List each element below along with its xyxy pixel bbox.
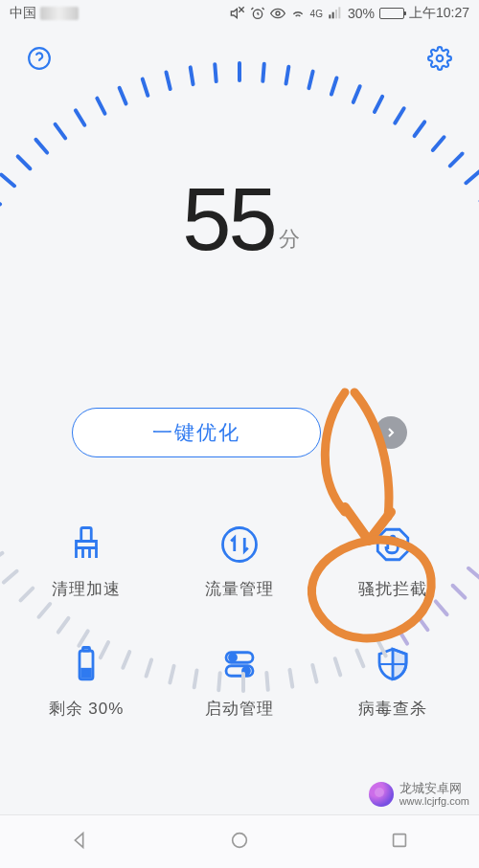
status-bar: 中国 4G 30% 上午10:27	[0, 0, 479, 27]
svg-rect-7	[335, 10, 337, 18]
android-nav-bar	[0, 814, 479, 868]
svg-point-9	[29, 48, 50, 69]
back-button[interactable]	[69, 830, 90, 855]
signal-icon	[328, 6, 343, 21]
score-value: 55	[182, 175, 274, 263]
chevron-right-icon	[383, 425, 399, 440]
svg-point-19	[230, 655, 237, 661]
help-button[interactable]	[27, 46, 52, 71]
carrier-label: 中国	[10, 5, 36, 22]
svg-point-11	[437, 56, 444, 62]
cell-label: 流量管理	[205, 578, 274, 600]
svg-rect-12	[81, 528, 92, 542]
svg-rect-17	[82, 669, 91, 677]
watermark-title: 龙城安卓网	[399, 782, 469, 795]
alarm-icon	[250, 6, 265, 21]
brush-icon	[66, 524, 106, 565]
svg-point-3	[276, 11, 280, 15]
home-button[interactable]	[229, 830, 250, 855]
svg-rect-8	[338, 7, 340, 18]
cell-label: 清理加速	[52, 578, 121, 600]
data-transfer-icon	[219, 524, 260, 565]
status-time: 上午10:27	[409, 5, 469, 22]
battery-vertical-icon	[66, 644, 106, 684]
status-right: 4G 30% 上午10:27	[230, 5, 469, 22]
cell-battery-remaining[interactable]: 剩余 30%	[10, 644, 163, 720]
wifi-icon	[290, 6, 306, 21]
cell-harass-block[interactable]: 骚扰拦截	[316, 524, 469, 600]
svg-rect-16	[83, 648, 90, 652]
carrier-redacted	[40, 7, 79, 20]
score-dial[interactable]: 55 分	[81, 61, 398, 377]
cell-label: 病毒查杀	[358, 698, 427, 720]
toggles-icon	[219, 644, 260, 684]
watermark: 龙城安卓网 www.lcjrfg.com	[369, 782, 469, 807]
svg-rect-23	[393, 834, 405, 846]
feature-grid: 清理加速 流量管理 骚扰拦截 剩余 30% 启动管理 病毒查杀	[0, 524, 479, 720]
watermark-sub: www.lcjrfg.com	[399, 795, 469, 807]
score-unit: 分	[279, 229, 297, 250]
svg-marker-14	[377, 529, 408, 560]
cell-label: 启动管理	[205, 698, 274, 720]
cell-label: 骚扰拦截	[358, 578, 427, 600]
eye-icon	[270, 6, 285, 21]
mute-icon	[230, 6, 245, 21]
circle-home-icon	[229, 830, 250, 851]
battery-icon	[379, 8, 404, 19]
svg-point-22	[233, 833, 247, 847]
svg-point-13	[223, 528, 257, 562]
svg-rect-6	[332, 12, 334, 19]
cell-virus-scan[interactable]: 病毒查杀	[316, 644, 469, 720]
settings-button[interactable]	[427, 46, 452, 71]
network-label: 4G	[310, 9, 323, 19]
more-button[interactable]	[375, 416, 407, 449]
block-hand-icon	[373, 524, 413, 565]
optimize-button[interactable]: 一键优化	[72, 408, 321, 457]
svg-rect-5	[329, 14, 331, 18]
cell-label: 剩余 30%	[49, 698, 125, 720]
shield-icon	[373, 644, 413, 684]
cell-traffic-manage[interactable]: 流量管理	[163, 524, 316, 600]
optimize-label: 一键优化	[152, 419, 240, 446]
recents-button[interactable]	[389, 830, 410, 855]
triangle-back-icon	[69, 830, 90, 851]
watermark-logo-icon	[369, 782, 394, 807]
square-recents-icon	[389, 830, 410, 851]
battery-pct: 30%	[348, 6, 375, 21]
